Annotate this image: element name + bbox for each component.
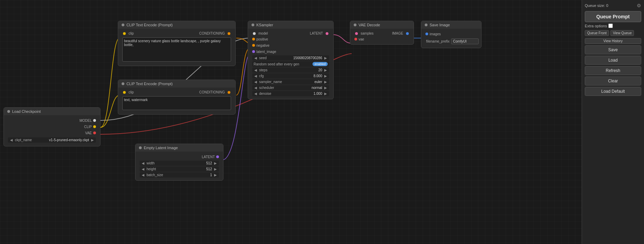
vae-samples-in <box>355 32 358 35</box>
batch-param-label: batch_size <box>147 173 209 177</box>
clear-button[interactable]: Clear <box>585 76 641 85</box>
random-seed-toggle[interactable]: enabled <box>312 62 328 66</box>
refresh-button[interactable]: Refresh <box>585 66 641 75</box>
model-port-label: MODEL <box>79 119 92 123</box>
extra-options-row: Extra options <box>585 24 641 28</box>
save-images-row: images <box>424 31 478 37</box>
batch-arrow-left[interactable]: ◀ <box>141 173 145 177</box>
denoise-arrow-right[interactable]: ▶ <box>324 92 328 96</box>
scheduler-arrow-right[interactable]: ▶ <box>324 86 328 90</box>
steps-param-row: ◀ steps 20 ▶ <box>252 67 329 73</box>
view-history-button[interactable]: View History <box>585 38 641 44</box>
cfg-arrow-right[interactable]: ▶ <box>324 74 328 78</box>
ksampler-title: KSampler <box>256 23 273 27</box>
clip1-in-label: clip <box>129 31 134 35</box>
clip2-in-circle <box>123 91 126 94</box>
scheduler-value: normal <box>311 86 322 90</box>
width-arrow-left[interactable]: ◀ <box>141 161 145 165</box>
clip-text-encode-2-body: clip CONDITIONING text, watermark <box>118 88 235 114</box>
sampler-arrow-left[interactable]: ◀ <box>254 80 258 84</box>
vae-decode-body: samples IMAGE vae <box>350 29 414 44</box>
ksampler-positive-row: positive <box>251 36 330 42</box>
vae-vae-label: vae <box>359 37 364 41</box>
vae-vae-in <box>354 38 357 40</box>
random-seed-row: Random seed after every gen enabled <box>252 61 329 67</box>
clip2-in-label: clip <box>129 90 134 94</box>
clip1-prompt-textarea[interactable]: beautiful scenery nature glass bottle la… <box>122 37 231 62</box>
queue-front-button[interactable]: Queue Front <box>585 30 609 36</box>
empty-latent-dot <box>139 146 142 149</box>
denoise-label: denoise <box>259 92 312 96</box>
vae-port-label: VAE <box>85 131 92 135</box>
empty-latent-node: Empty Latent Image LATENT ◀ width 512 ▶ … <box>135 144 223 181</box>
scheduler-arrow-left[interactable]: ◀ <box>254 86 258 90</box>
clip1-out-label: CONDITIONING <box>199 31 225 35</box>
clip-text-encode-2-title: CLIP Text Encode (Prompt) <box>126 82 173 86</box>
ckpt-arrow-right[interactable]: ▶ <box>90 138 95 142</box>
clip-text-encode-1-node: CLIP Text Encode (Prompt) clip CONDITION… <box>118 21 236 66</box>
clip2-ports-row: clip CONDITIONING <box>121 90 232 95</box>
clip2-out-circle <box>228 91 230 94</box>
sampler-name-value: euler <box>315 80 322 84</box>
ksampler-model-in <box>253 32 256 35</box>
model-port-circle <box>93 119 96 122</box>
width-arrow-right[interactable]: ▶ <box>213 161 218 165</box>
clip-text-encode-1-header: CLIP Text Encode (Prompt) <box>118 21 235 29</box>
denoise-arrow-left[interactable]: ◀ <box>254 92 258 96</box>
filename-row: filename_prefix <box>424 37 478 46</box>
latent-out-circle <box>216 155 219 158</box>
height-arrow-right[interactable]: ▶ <box>213 167 218 171</box>
batch-size-param-row: ◀ batch_size 1 ▶ <box>140 172 219 178</box>
load-checkpoint-title: Load Checkpoint <box>12 109 41 114</box>
clip2-prompt-textarea[interactable]: text, watermark <box>122 96 231 110</box>
ksampler-latent-out-circle <box>326 32 328 35</box>
sampler-arrow-right[interactable]: ▶ <box>324 80 328 84</box>
filename-prefix-label: filename_prefix <box>426 39 450 43</box>
vae-decode-header: VAE Decode <box>350 21 414 29</box>
clip-port-circle <box>93 125 96 128</box>
load-checkpoint-dot <box>7 110 10 113</box>
steps-param-label: steps <box>259 68 317 72</box>
ckpt-arrow-left[interactable]: ◀ <box>9 138 14 142</box>
ckpt-row: ◀ ckpt_name v1-5-pruned-emaonly.ckpt ▶ <box>8 137 96 143</box>
clip-text-encode-2-dot <box>122 82 124 85</box>
latent-out-row: LATENT <box>138 154 220 160</box>
height-param-row: ◀ height 512 ▶ <box>140 166 219 172</box>
vae-port-row: VAE <box>7 130 97 136</box>
vae-decode-title: VAE Decode <box>359 23 380 27</box>
steps-arrow-right[interactable]: ▶ <box>324 68 328 72</box>
height-param-value: 512 <box>206 167 212 171</box>
ksampler-negative-in <box>252 44 255 47</box>
ksampler-model-row: model LATENT <box>251 31 330 36</box>
vae-samples-label: samples <box>361 31 373 35</box>
ckpt-label: ckpt_name <box>15 138 48 142</box>
model-port-row: MODEL <box>7 117 97 124</box>
save-images-in <box>425 33 428 35</box>
queue-prompt-button[interactable]: Queue Prompt <box>585 11 641 22</box>
gear-icon[interactable]: ⚙ <box>637 3 641 8</box>
height-arrow-left[interactable]: ◀ <box>141 167 145 171</box>
batch-arrow-right[interactable]: ▶ <box>213 173 218 177</box>
save-image-body: images filename_prefix <box>421 29 481 48</box>
cfg-param-value: 8.000 <box>314 74 322 78</box>
sampler-name-label: sampler_name <box>259 80 313 84</box>
cfg-arrow-left[interactable]: ◀ <box>254 74 258 78</box>
ksampler-negative-row: negative <box>251 42 330 48</box>
ksampler-node: KSampler model LATENT positive negative … <box>248 21 334 99</box>
load-button[interactable]: Load <box>585 56 641 65</box>
steps-arrow-left[interactable]: ◀ <box>254 68 258 72</box>
seed-arrow-left[interactable]: ◀ <box>254 56 258 60</box>
batch-param-value: 1 <box>210 173 212 177</box>
ksampler-dot <box>252 24 254 26</box>
ksampler-latent-out-label: LATENT <box>310 31 323 35</box>
width-param-row: ◀ width 512 ▶ <box>140 161 219 166</box>
view-queue-button[interactable]: View Queue <box>610 30 634 36</box>
filename-prefix-input[interactable] <box>451 38 479 44</box>
scheduler-label: scheduler <box>259 86 310 90</box>
random-seed-label: Random seed after every gen <box>254 62 311 66</box>
save-button[interactable]: Save <box>585 45 641 54</box>
extra-options-checkbox[interactable] <box>608 24 613 28</box>
seed-arrow-right[interactable]: ▶ <box>324 56 328 60</box>
clip1-in-circle <box>123 32 126 35</box>
load-default-button[interactable]: Load Default <box>585 87 641 96</box>
